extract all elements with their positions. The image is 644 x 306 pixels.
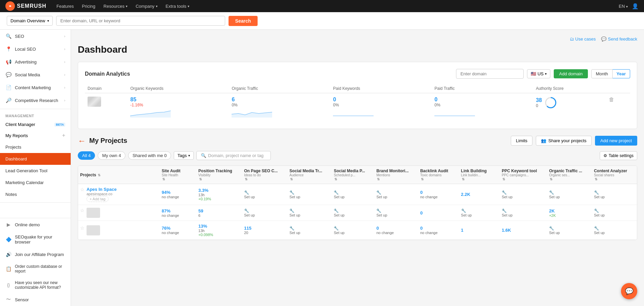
sidebar-item-seoquake[interactable]: 🔷 SEOquake for your browser bbox=[0, 231, 71, 248]
month-button[interactable]: Month bbox=[591, 69, 612, 78]
delete-icon[interactable]: 🗑 bbox=[609, 97, 614, 102]
sidebar-item-custom-database[interactable]: 📋 Order custom database or report bbox=[0, 261, 71, 277]
add-domain-button[interactable]: Add domain bbox=[554, 69, 588, 78]
chat-icon: 💬 bbox=[625, 287, 634, 295]
sidebar-item-social-media[interactable]: 💬 Social Media › bbox=[0, 68, 71, 81]
wrench-icon[interactable]: 🔧 bbox=[376, 190, 381, 195]
sidebar-item-marketing-calendar[interactable]: Marketing Calendar bbox=[0, 177, 71, 188]
add-tag-button[interactable]: + Add tag bbox=[87, 196, 109, 202]
wrench-icon[interactable]: 🔧 bbox=[334, 190, 339, 195]
flag-dropdown[interactable]: 🇺🇸 US ▾ bbox=[527, 69, 550, 78]
projects-table: Projects ⇅ Site Audit Site Health ⇅ Posi… bbox=[78, 166, 637, 240]
logo[interactable]: SEMRUSH bbox=[5, 1, 46, 11]
share-projects-button[interactable]: 👥 Share your projects bbox=[536, 136, 592, 146]
sidebar-item-affiliate[interactable]: 🔊 Join our Affiliate Program bbox=[0, 248, 71, 261]
sensor-icon: 〜 bbox=[5, 297, 11, 303]
star-icon[interactable]: ☆ bbox=[80, 225, 85, 231]
competitive-research-icon: 🔎 bbox=[5, 97, 11, 103]
sidebar-item-client-manager[interactable]: Client ManagerBETA bbox=[0, 119, 71, 130]
sidebar-divider-2 bbox=[0, 202, 71, 203]
search-button[interactable]: Search bbox=[229, 16, 258, 26]
col-brand: Brand Monitori... Mentions ⇅ bbox=[374, 166, 418, 184]
col-domain: Domain bbox=[85, 84, 127, 93]
table-row: ☆ Apes In Space apesinspace.co + Add tag bbox=[78, 184, 637, 205]
analytics-row: 85 -1.16% 6 0% bbox=[85, 93, 630, 122]
add-new-project-button[interactable]: Add new project bbox=[595, 136, 637, 146]
main-layout: 🔍 SEO › 📍 Local SEO › 📢 Advertising › 💬 … bbox=[0, 30, 644, 306]
sidebar-item-content-marketing[interactable]: 📄 Content Marketing › bbox=[0, 81, 71, 94]
us-flag-icon: 🇺🇸 bbox=[531, 71, 536, 76]
sidebar-bottom: ▶ Online demo 🔷 SEOquake for your browse… bbox=[0, 218, 71, 306]
nav-extra-tools[interactable]: Extra tools ▾ bbox=[162, 2, 193, 10]
table-settings-button[interactable]: ⚙ Table settings bbox=[600, 151, 637, 160]
chat-button[interactable]: 💬 bbox=[621, 283, 637, 299]
limits-button[interactable]: Limits bbox=[511, 136, 532, 146]
domain-analytics-card: Domain Analytics 🇺🇸 US ▾ Add domain Mont… bbox=[78, 62, 637, 129]
wrench-icon[interactable]: 🔧 bbox=[334, 208, 339, 213]
paid-keywords-cell: 0 0% bbox=[330, 93, 432, 122]
sidebar-item-projects[interactable]: Projects bbox=[0, 141, 71, 153]
sidebar-item-competitive-research[interactable]: 🔎 Competitive Research › bbox=[0, 94, 71, 107]
filter-all[interactable]: All 4 bbox=[78, 151, 95, 160]
language-selector[interactable]: EN ▾ bbox=[619, 4, 628, 9]
col-social-tr: Social Media Tr... Audience ⇅ bbox=[287, 166, 332, 184]
tags-dropdown[interactable]: Tags ▾ bbox=[174, 151, 193, 160]
wrench-icon[interactable]: 🔧 bbox=[376, 208, 381, 213]
nav-pricing[interactable]: Pricing bbox=[78, 2, 99, 10]
nav-features[interactable]: Features bbox=[53, 2, 77, 10]
local-seo-icon: 📍 bbox=[5, 46, 11, 52]
projects-title: My Projects bbox=[89, 137, 127, 145]
wrench-icon[interactable]: 🔧 bbox=[594, 190, 599, 195]
add-report-icon[interactable]: + bbox=[62, 132, 65, 138]
send-feedback-link[interactable]: 💬 Send feedback bbox=[601, 36, 637, 42]
search-input[interactable] bbox=[56, 16, 225, 26]
project-name-link[interactable]: Apes In Space bbox=[87, 187, 117, 192]
delete-cell[interactable]: 🗑 bbox=[606, 93, 630, 122]
wrench-icon[interactable]: 🔧 bbox=[594, 208, 599, 213]
wrench-icon[interactable]: 🔧 bbox=[502, 208, 507, 213]
projects-header-right: Limits 👥 Share your projects Add new pro… bbox=[511, 136, 637, 146]
wrench-icon[interactable]: 🔧 bbox=[289, 208, 294, 213]
domain-dropdown[interactable]: Domain Overview ▾ bbox=[7, 16, 53, 26]
sidebar-item-sensor[interactable]: 〜 Sensor bbox=[0, 293, 71, 306]
year-button[interactable]: Year bbox=[613, 69, 630, 78]
filter-my-own[interactable]: My own 4 bbox=[98, 151, 125, 160]
nav-resources[interactable]: Resources ▾ bbox=[100, 2, 131, 10]
wrench-icon[interactable]: 🔧 bbox=[244, 208, 249, 213]
use-cases-link[interactable]: 🗂 Use cases bbox=[570, 36, 596, 42]
analytics-table: Domain Organic Keywords Organic Traffic … bbox=[85, 84, 630, 122]
nav-company[interactable]: Company ▾ bbox=[132, 2, 161, 10]
projects-header: ← My Projects Limits 👥 Share your projec… bbox=[78, 136, 637, 146]
wrench-icon[interactable]: 🔧 bbox=[461, 208, 466, 213]
col-ppc: PPC Keyword tool PPC campaigns... ⇅ bbox=[500, 166, 547, 184]
sidebar-item-notes[interactable]: Notes bbox=[0, 188, 71, 200]
domain-input[interactable] bbox=[456, 69, 524, 79]
wrench-icon[interactable]: 🔧 bbox=[289, 226, 294, 231]
wrench-icon[interactable]: 🔧 bbox=[502, 190, 507, 195]
sidebar-item-online-demo[interactable]: ▶ Online demo bbox=[0, 218, 71, 231]
project-search[interactable]: 🔍 Domain, project name or tag bbox=[196, 151, 271, 160]
wrench-icon[interactable]: 🔧 bbox=[594, 226, 599, 231]
top-navigation: SEMRUSH Features Pricing Resources ▾ Com… bbox=[0, 0, 644, 12]
wrench-icon[interactable]: 🔧 bbox=[289, 190, 294, 195]
briefcase-icon: 🗂 bbox=[570, 36, 574, 42]
sidebar-item-my-reports[interactable]: My Reports + bbox=[0, 130, 71, 141]
sidebar-item-dashboard[interactable]: Dashboard bbox=[0, 153, 71, 165]
chevron-icon: › bbox=[64, 86, 65, 90]
sidebar-item-seo[interactable]: 🔍 SEO › bbox=[0, 30, 71, 43]
star-icon[interactable]: ☆ bbox=[80, 187, 85, 192]
user-menu[interactable]: 👤 bbox=[632, 3, 639, 9]
star-icon[interactable]: ☆ bbox=[80, 208, 85, 213]
chevron-icon: › bbox=[64, 47, 65, 51]
wrench-icon[interactable]: 🔧 bbox=[334, 226, 339, 231]
wrench-icon[interactable]: 🔧 bbox=[549, 190, 554, 195]
sidebar-item-api[interactable]: {} Have you seen our new customizable AP… bbox=[0, 277, 71, 293]
wrench-icon[interactable]: 🔧 bbox=[244, 190, 249, 195]
sidebar-item-local-seo[interactable]: 📍 Local SEO › bbox=[0, 43, 71, 55]
filter-shared[interactable]: Shared with me 0 bbox=[128, 151, 171, 160]
sidebar-item-advertising[interactable]: 📢 Advertising › bbox=[0, 55, 71, 68]
wrench-icon[interactable]: 🔧 bbox=[549, 226, 554, 231]
sidebar-item-lead-generation[interactable]: Lead Generation Tool bbox=[0, 165, 71, 177]
domain-analytics-title: Domain Analytics bbox=[85, 71, 130, 77]
project-name-cell-3: ☆ bbox=[78, 221, 160, 240]
